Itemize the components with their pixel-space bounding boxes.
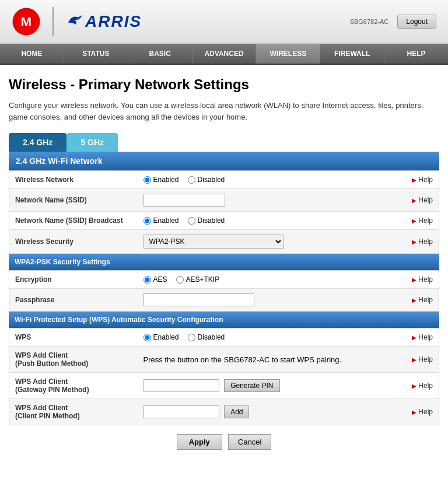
- wps-enabled-label[interactable]: Enabled: [144, 333, 179, 341]
- client-pin-input[interactable]: [144, 405, 219, 418]
- header-right: SBG6782-AC Logout: [350, 15, 436, 29]
- wps-radio-group: Enabled Disabled: [144, 333, 393, 341]
- encryption-aes-tkip-label[interactable]: AES+TKIP: [176, 275, 220, 284]
- add-client-pin-button[interactable]: Add: [224, 405, 249, 418]
- encryption-aes-radio[interactable]: [144, 276, 151, 284]
- wps-enabled-text: Enabled: [153, 333, 179, 341]
- nav-basic[interactable]: BASIC: [128, 44, 192, 64]
- logout-button[interactable]: Logout: [397, 15, 436, 29]
- nav-help[interactable]: HELP: [384, 44, 448, 64]
- settings-wrapper: setuprouter 2.4 GHz Wi-Fi Network Wirele…: [9, 152, 439, 425]
- ssid-broadcast-help-text: Help: [418, 216, 433, 225]
- wireless-enabled-label[interactable]: Enabled: [144, 176, 179, 184]
- encryption-help-arrow: ▶: [412, 277, 416, 283]
- header-divider: [52, 7, 54, 36]
- tab-5ghz[interactable]: 5 GHz: [66, 133, 118, 152]
- wireless-network-label: Wireless Network: [9, 171, 138, 189]
- wps-help-text: Help: [418, 333, 433, 341]
- header-left: M ARRIS: [12, 7, 142, 36]
- wps-client-pin-label: WPS Add Client (Client PIN Method): [9, 399, 138, 425]
- encryption-aes-label[interactable]: AES: [144, 275, 167, 284]
- settings-table-wrapper: 2.4 GHz Wi-Fi Network Wireless Network E…: [9, 152, 439, 425]
- wireless-security-select[interactable]: WPA2-PSK WPA-PSK WEP None: [144, 235, 284, 249]
- ssid-broadcast-disabled-text: Disabled: [198, 216, 225, 225]
- wps-push-help-link[interactable]: ▶ Help: [404, 355, 433, 363]
- ssid-broadcast-label: Network Name (SSID) Broadcast: [9, 212, 138, 230]
- arris-logo: ARRIS: [65, 12, 142, 31]
- wps-gateway-pin-help: ▶ Help: [398, 373, 439, 399]
- encryption-aes-tkip-radio[interactable]: [176, 276, 184, 284]
- wps-push-help-text: Help: [418, 355, 433, 363]
- wps-gateway-label2: (Gateway PIN Method): [15, 386, 89, 394]
- wps-help-arrow: ▶: [412, 334, 416, 341]
- wps-client-pin-help-arrow: ▶: [412, 409, 416, 415]
- wps-enabled-radio[interactable]: [144, 334, 151, 341]
- wps-client-pin-help-link[interactable]: ▶ Help: [404, 408, 433, 416]
- page-title: Wireless - Primary Network Settings: [9, 76, 439, 93]
- passphrase-value: [138, 289, 398, 312]
- nav-home[interactable]: HOME: [0, 44, 64, 64]
- wifi-section-header: 2.4 GHz Wi-Fi Network: [9, 152, 439, 170]
- apply-button[interactable]: Apply: [177, 434, 222, 450]
- wps-value: Enabled Disabled: [138, 328, 398, 347]
- passphrase-help-arrow: ▶: [412, 297, 416, 303]
- wps-disabled-text: Disabled: [198, 333, 225, 341]
- network-name-row: Network Name (SSID) ▶ Help: [9, 189, 439, 212]
- wireless-disabled-radio[interactable]: [188, 176, 195, 184]
- wps-help: ▶ Help: [398, 328, 439, 347]
- wireless-network-row: Wireless Network Enabled Disabled: [9, 171, 439, 189]
- passphrase-input[interactable]: [144, 293, 254, 306]
- network-name-help-link[interactable]: ▶ Help: [404, 196, 433, 204]
- frequency-tabs: 2.4 GHz 5 GHz: [9, 133, 439, 152]
- passphrase-help-link[interactable]: ▶ Help: [404, 296, 433, 304]
- ssid-broadcast-disabled-radio[interactable]: [188, 217, 195, 225]
- encryption-help: ▶ Help: [398, 271, 439, 289]
- gateway-pin-input[interactable]: [144, 379, 219, 392]
- encryption-aes-text: AES: [153, 275, 167, 284]
- encryption-radio-group: AES AES+TKIP: [144, 275, 393, 284]
- wireless-security-label: Wireless Security: [9, 230, 138, 254]
- ssid-broadcast-disabled-label[interactable]: Disabled: [188, 216, 225, 225]
- ssid-broadcast-enabled-radio[interactable]: [144, 217, 151, 225]
- wireless-network-help-link[interactable]: ▶ Help: [404, 176, 433, 184]
- wps-disabled-radio[interactable]: [188, 334, 195, 341]
- wps-client-pin-help-text: Help: [418, 408, 433, 416]
- wps-disabled-label[interactable]: Disabled: [188, 333, 225, 341]
- ssid-broadcast-help-arrow: ▶: [412, 218, 416, 224]
- wps-gateway-pin-help-link[interactable]: ▶ Help: [404, 382, 433, 390]
- wireless-network-help-text: Help: [418, 176, 433, 184]
- nav-firewall[interactable]: FIREWALL: [320, 44, 384, 64]
- wps-settings-table: WPS Enabled Disabled: [9, 328, 439, 425]
- ssid-broadcast-enabled-label[interactable]: Enabled: [144, 216, 179, 225]
- wps-gateway-pin-value: Generate PIN: [138, 373, 398, 399]
- ssid-input[interactable]: [144, 194, 225, 207]
- encryption-help-link[interactable]: ▶ Help: [404, 275, 433, 284]
- tab-24ghz[interactable]: 2.4 GHz: [9, 133, 66, 152]
- arris-bird-icon: [65, 14, 83, 29]
- generate-pin-button[interactable]: Generate PIN: [224, 379, 279, 392]
- nav-status[interactable]: STATUS: [64, 44, 128, 64]
- wireless-security-help: ▶ Help: [398, 230, 439, 254]
- wireless-disabled-text: Disabled: [198, 176, 225, 184]
- wps-section-header: Wi-Fi Protected Setup (WPS) Automatic Se…: [9, 312, 439, 328]
- network-name-help: ▶ Help: [398, 189, 439, 212]
- wireless-enabled-radio[interactable]: [144, 176, 151, 184]
- network-name-help-text: Help: [418, 196, 433, 204]
- wpa2-settings-table: Encryption AES AES+TKIP: [9, 270, 439, 312]
- motorola-logo-icon: M: [12, 7, 41, 36]
- wireless-disabled-label[interactable]: Disabled: [188, 176, 225, 184]
- nav-advanced[interactable]: ADVANCED: [192, 44, 257, 64]
- passphrase-label: Passphrase: [9, 289, 138, 312]
- ssid-broadcast-help-link[interactable]: ▶ Help: [404, 216, 433, 225]
- wireless-security-help-link[interactable]: ▶ Help: [404, 237, 433, 246]
- wireless-security-value: WPA2-PSK WPA-PSK WEP None: [138, 230, 398, 254]
- wps-label: WPS: [9, 328, 138, 347]
- passphrase-help: ▶ Help: [398, 289, 439, 312]
- cancel-button[interactable]: Cancel: [228, 434, 271, 450]
- encryption-value: AES AES+TKIP: [138, 271, 398, 289]
- encryption-help-text: Help: [418, 275, 433, 284]
- wps-help-link[interactable]: ▶ Help: [404, 333, 433, 341]
- wireless-security-help-text: Help: [418, 237, 433, 246]
- nav-wireless[interactable]: WIRELESS: [256, 44, 320, 64]
- wps-push-label2: (Push Button Method): [15, 359, 88, 368]
